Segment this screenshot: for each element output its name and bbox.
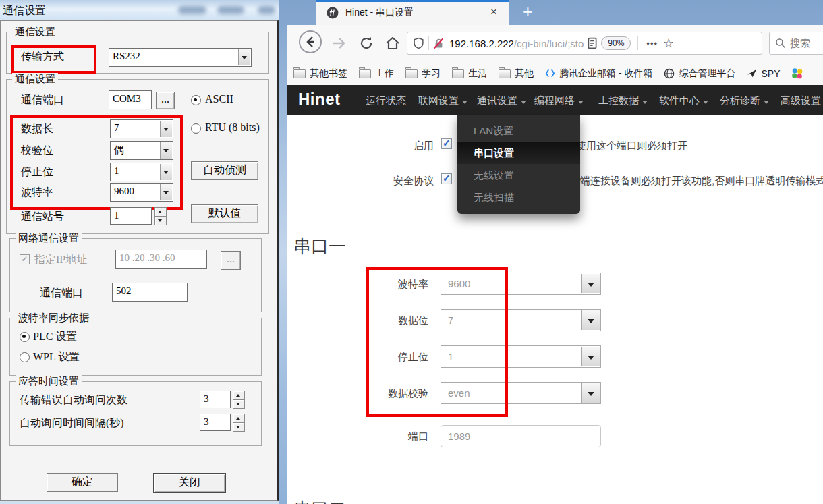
- ascii-radio[interactable]: [191, 95, 201, 105]
- tab-hinet-serial[interactable]: Hinet - 串口设置 ×: [316, 0, 509, 25]
- tencent-mail-icon: [545, 68, 555, 78]
- reader-mode-icon[interactable]: [586, 37, 598, 49]
- dropdown-arrow-icon[interactable]: [160, 164, 172, 180]
- lock-slash-icon[interactable]: [433, 38, 445, 49]
- chevron-down-icon: [578, 101, 584, 104]
- interval-field[interactable]: 3: [200, 414, 231, 431]
- wpl-setting-radio[interactable]: [20, 352, 30, 362]
- bookmark-folder-misc[interactable]: 其他: [499, 67, 534, 80]
- folder-icon: [499, 69, 511, 78]
- bookmarks-bar: 其他书签 工作 学习 生活 其他 腾讯企业邮箱 - 收件箱 综合管理平台 SPY: [287, 61, 823, 85]
- chevron-down-icon: [521, 101, 526, 104]
- shield-icon[interactable]: [413, 37, 424, 49]
- port-input[interactable]: 1989: [441, 425, 601, 447]
- security-protocol-checkbox[interactable]: [441, 173, 452, 184]
- specify-ip-checkbox[interactable]: ✓: [20, 254, 30, 264]
- default-values-button[interactable]: 默认值: [191, 204, 258, 223]
- back-button[interactable]: [299, 30, 322, 53]
- net-port-field[interactable]: 502: [112, 283, 188, 302]
- wpl-setting-label: WPL 设置: [33, 350, 80, 364]
- retry-count-field[interactable]: 3: [200, 391, 231, 408]
- dropdown-arrow-icon[interactable]: [581, 274, 600, 293]
- close-icon[interactable]: ×: [490, 5, 497, 19]
- bookmark-spy[interactable]: SPY: [747, 68, 780, 79]
- site-logo[interactable]: Hinet: [298, 90, 341, 109]
- dropdown-arrow-icon[interactable]: [160, 121, 172, 137]
- dialog-titlebar[interactable]: 通信设置: [0, 0, 279, 20]
- bookmark-label: 综合管理平台: [679, 67, 735, 80]
- url-bar[interactable]: 192.168.2.222 /cgi-bin/luci/;sto 90% •••…: [407, 32, 762, 55]
- menu-item-lan-settings[interactable]: LAN设置: [457, 119, 580, 142]
- bookmark-label: 其他: [515, 67, 534, 80]
- transfer-mode-select[interactable]: RS232: [109, 48, 252, 67]
- spinner-up-icon[interactable]: [154, 207, 167, 217]
- nav-comm-settings[interactable]: 通讯设置: [477, 94, 526, 107]
- bookmark-folder-life[interactable]: 生活: [452, 67, 487, 80]
- parity-value: 偶: [114, 144, 124, 157]
- bookmark-folder-study[interactable]: 学习: [405, 67, 441, 80]
- divider: [428, 36, 429, 50]
- nav-analysis-diagnosis[interactable]: 分析诊断: [720, 94, 769, 107]
- spinner-down-icon[interactable]: [233, 399, 245, 409]
- station-number-field[interactable]: 1: [110, 207, 152, 225]
- spinner-up-icon[interactable]: [233, 414, 245, 423]
- spinner-up-icon[interactable]: [233, 391, 245, 400]
- search-input[interactable]: 搜索: [769, 32, 823, 55]
- bookmark-mgmt-platform[interactable]: 综合管理平台: [664, 67, 735, 80]
- enable-checkbox[interactable]: [441, 138, 452, 149]
- menu-item-serial-settings[interactable]: 串口设置: [457, 142, 580, 164]
- bookmark-star-icon[interactable]: ☆: [663, 36, 674, 51]
- bookmark-folder-work[interactable]: 工作: [359, 67, 394, 80]
- group-title: 应答时间设置: [16, 375, 82, 388]
- nav-industrial-data[interactable]: 工控数据: [598, 94, 648, 107]
- parity-select[interactable]: 偶: [110, 141, 173, 160]
- bookmark-tencent-mail[interactable]: 腾讯企业邮箱 - 收件箱: [545, 67, 652, 80]
- forward-icon[interactable]: [330, 34, 347, 52]
- nav-software-center[interactable]: 软件中心: [659, 94, 708, 107]
- interval-stepper[interactable]: [233, 414, 245, 431]
- bookmark-label: 腾讯企业邮箱 - 收件箱: [559, 67, 652, 80]
- nav-run-status[interactable]: 运行状态: [366, 94, 406, 107]
- dropdown-arrow-icon[interactable]: [581, 310, 600, 330]
- data-length-select[interactable]: 7: [110, 119, 173, 138]
- nav-advanced-settings[interactable]: 高级设置: [781, 94, 821, 107]
- dropdown-arrow-icon[interactable]: [160, 142, 172, 159]
- ip-browse-button[interactable]: ...: [221, 251, 241, 270]
- new-tab-icon[interactable]: +: [523, 2, 533, 22]
- menu-item-wireless-settings[interactable]: 无线设置: [457, 164, 580, 186]
- retry-count-stepper[interactable]: [233, 391, 245, 408]
- parity-label: 校验位: [21, 144, 53, 158]
- comm-settings-dropdown-menu: LAN设置 串口设置 无线设置 无线扫描: [457, 115, 580, 214]
- close-button[interactable]: 关闭: [153, 473, 226, 493]
- stop-bit-select[interactable]: 1: [110, 163, 173, 181]
- station-number-stepper[interactable]: [154, 207, 167, 225]
- dialog-title: 通信设置: [3, 4, 46, 18]
- reload-icon[interactable]: [358, 35, 374, 51]
- dropdown-arrow-icon[interactable]: [238, 49, 250, 65]
- ok-button[interactable]: 确定: [47, 473, 118, 492]
- baud-rate-select[interactable]: 9600: [110, 183, 173, 202]
- zoom-level-badge[interactable]: 90%: [601, 36, 631, 50]
- dropdown-arrow-icon[interactable]: [581, 383, 600, 403]
- home-icon[interactable]: [384, 34, 401, 52]
- group-baud-sync: 波特率同步依据: [9, 318, 262, 376]
- ip-address-field[interactable]: 10 .20 .30 .60: [115, 250, 207, 269]
- group-title: 网络通信设置: [16, 232, 82, 245]
- dropdown-arrow-icon[interactable]: [160, 184, 172, 200]
- more-actions-icon[interactable]: •••: [646, 38, 658, 49]
- menu-item-wireless-scan[interactable]: 无线扫描: [457, 186, 580, 208]
- bookmark-colorful[interactable]: [791, 67, 803, 79]
- comm-port-field[interactable]: COM3: [109, 90, 152, 109]
- rtu-radio[interactable]: [191, 123, 201, 134]
- bookmark-folder-other-bookmarks[interactable]: 其他书签: [293, 67, 347, 80]
- nav-programming-network[interactable]: 编程网络: [534, 94, 584, 107]
- group-title: 通信设置: [12, 26, 58, 38]
- dropdown-arrow-icon[interactable]: [581, 347, 600, 366]
- comm-port-browse-button[interactable]: ...: [156, 92, 175, 109]
- spinner-down-icon[interactable]: [233, 422, 245, 432]
- browser-window: Hinet - 串口设置 × +: [279, 0, 823, 504]
- spinner-down-icon[interactable]: [154, 216, 167, 225]
- auto-detect-button[interactable]: 自动侦测: [191, 161, 258, 180]
- plc-setting-radio[interactable]: [20, 332, 30, 342]
- nav-network-settings[interactable]: 联网设置: [418, 94, 467, 107]
